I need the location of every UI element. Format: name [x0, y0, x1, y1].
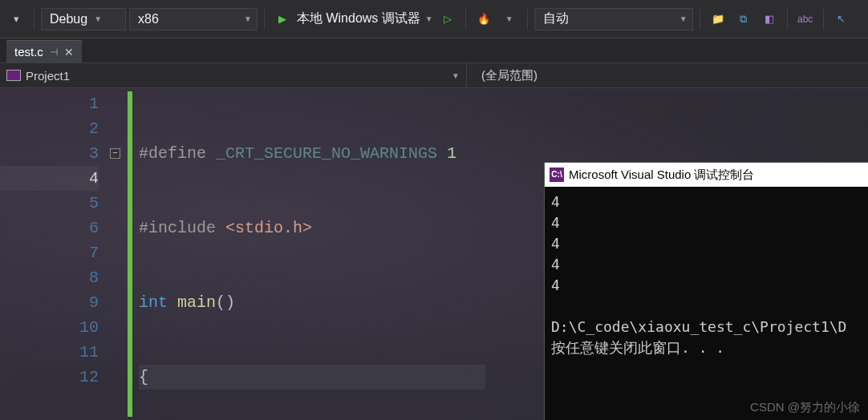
- console-line: 4: [551, 235, 560, 252]
- editor-navbar: Project1 ▼ (全局范围): [0, 63, 868, 88]
- tab-bar: test.c ⊣ ✕: [0, 38, 868, 63]
- hot-reload-dropdown[interactable]: ▼: [498, 8, 521, 30]
- line-number: 1: [0, 91, 99, 116]
- chevron-down-icon: ▼: [244, 14, 252, 23]
- auto-dropdown[interactable]: 自动 ▼: [534, 8, 693, 30]
- separator: [700, 9, 700, 30]
- line-number: 11: [0, 340, 99, 365]
- platform-dropdown[interactable]: x86 ▼: [129, 8, 258, 30]
- separator: [823, 9, 824, 30]
- line-number-gutter: 1 2 3 4 5 6 7 8 9 10 11 12: [0, 88, 108, 420]
- chevron-down-icon: ▼: [425, 14, 433, 23]
- scope-dropdown[interactable]: (全局范围): [467, 68, 537, 83]
- project-icon: [6, 70, 21, 81]
- debug-console-window: C:\ Microsoft Visual Studio 调试控制台 4 4 4 …: [544, 162, 868, 420]
- console-line: 4: [551, 214, 560, 231]
- separator: [465, 9, 466, 30]
- fold-column: −: [108, 88, 128, 420]
- project-name: Project1: [26, 69, 70, 83]
- code-line: #define _CRT_SECURE_NO_WARNINGS 1: [139, 141, 485, 166]
- main-toolbar: ▾ Debug ▼ x86 ▼ ▶ 本地 Windows 调试器 ▼ ▷ 🔥 ▼…: [0, 0, 868, 38]
- console-app-icon: C:\: [550, 168, 564, 182]
- debugger-target-label: 本地 Windows 调试器: [297, 10, 420, 27]
- hot-reload-icon[interactable]: 🔥: [473, 8, 495, 30]
- line-number: 5: [0, 191, 99, 216]
- console-line: 4: [551, 256, 560, 273]
- window-sync-icon[interactable]: ⧉: [732, 8, 755, 30]
- line-number: 12: [0, 365, 99, 390]
- chevron-down-icon: ▼: [94, 14, 102, 23]
- start-without-debug-button[interactable]: ▷: [436, 8, 459, 30]
- line-number: 7: [0, 240, 99, 265]
- auto-label: 自动: [543, 10, 569, 27]
- code-line: int main(): [139, 290, 485, 315]
- tab-file[interactable]: test.c ⊣ ✕: [6, 40, 82, 63]
- tool-icon[interactable]: ◧: [758, 8, 781, 30]
- debugger-target-button[interactable]: 本地 Windows 调试器 ▼: [297, 10, 433, 27]
- console-titlebar[interactable]: C:\ Microsoft Visual Studio 调试控制台: [545, 163, 868, 187]
- line-number: 9: [0, 290, 99, 315]
- build-config-dropdown[interactable]: Debug ▼: [41, 8, 126, 30]
- separator: [264, 9, 265, 30]
- line-number: 3: [0, 141, 99, 166]
- history-back-icon[interactable]: ▾: [5, 8, 27, 30]
- line-number: 4: [0, 166, 99, 191]
- console-output[interactable]: 4 4 4 4 4 D:\C_code\xiaoxu_test_c\Projec…: [545, 187, 868, 363]
- close-icon[interactable]: ✕: [64, 46, 74, 59]
- console-line: 4: [551, 193, 560, 210]
- line-number: 10: [0, 315, 99, 340]
- tab-filename: test.c: [14, 45, 43, 59]
- console-line: 4: [551, 277, 560, 293]
- line-number: 8: [0, 265, 99, 290]
- separator: [34, 9, 34, 30]
- console-title-text: Microsoft Visual Studio 调试控制台: [569, 164, 754, 185]
- fold-toggle[interactable]: −: [110, 148, 120, 159]
- console-line: 按任意键关闭此窗口. . .: [551, 339, 724, 356]
- chevron-down-icon: ▼: [679, 14, 688, 23]
- separator: [787, 9, 788, 30]
- separator: [527, 9, 528, 30]
- scope-label: (全局范围): [481, 68, 537, 82]
- start-debug-button[interactable]: ▶: [271, 8, 294, 30]
- code-line: {: [139, 365, 485, 390]
- pin-icon[interactable]: ⊣: [50, 46, 58, 58]
- line-number: 6: [0, 216, 99, 240]
- platform-label: x86: [138, 12, 159, 26]
- line-number: 2: [0, 116, 99, 141]
- console-line: D:\C_code\xiaoxu_test_c\Project1\D: [551, 318, 846, 335]
- code-line: #include <stdio.h>: [139, 216, 485, 240]
- cursor-arrow-icon[interactable]: ↖: [830, 8, 853, 30]
- code-content[interactable]: #define _CRT_SECURE_NO_WARNINGS 1 #inclu…: [132, 88, 485, 420]
- abc-format-icon[interactable]: abc: [794, 8, 817, 30]
- watermark-text: CSDN @努力的小徐: [750, 400, 860, 415]
- folder-icon[interactable]: 📁: [707, 8, 729, 30]
- project-scope-dropdown[interactable]: Project1 ▼: [0, 63, 467, 87]
- chevron-down-icon: ▼: [452, 71, 460, 80]
- build-config-label: Debug: [50, 12, 87, 26]
